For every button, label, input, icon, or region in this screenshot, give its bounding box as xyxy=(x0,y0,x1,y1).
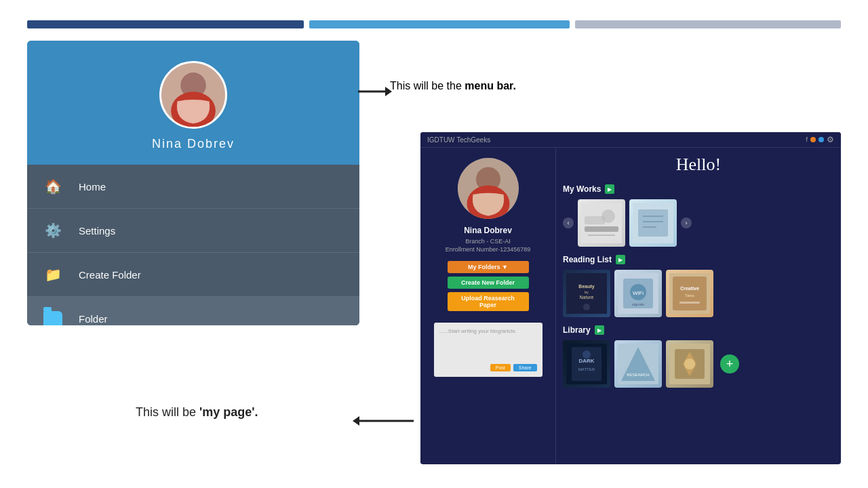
library-card-3 xyxy=(666,340,713,388)
settings-label: Settings xyxy=(79,225,115,237)
my-works-next-button[interactable]: › xyxy=(681,218,692,228)
my-works-title: My Works xyxy=(563,184,601,194)
reading-card-1: Beauty by Nature xyxy=(563,270,610,317)
svg-text:Creative: Creative xyxy=(680,286,699,291)
library-header: Library ▶ xyxy=(563,325,834,335)
sidebar-item-create-folder[interactable]: 📁 Create Folder xyxy=(27,253,359,297)
panel-header: IGDTUW TechGeeks f ⚙ xyxy=(420,132,841,148)
settings-icon: ⚙️ xyxy=(41,218,65,243)
svg-text:WiFi: WiFi xyxy=(633,290,644,296)
svg-text:MATTER: MATTER xyxy=(578,367,595,371)
content-column: Hello! My Works ▶ ‹ xyxy=(556,148,841,464)
annotation-menu-bold: menu bar. xyxy=(465,80,516,92)
reading-card-3: Creative Tales xyxy=(666,270,713,317)
progress-seg2 xyxy=(309,20,570,28)
work-card-2 xyxy=(629,199,677,247)
annotation-page-text: This will be xyxy=(136,405,199,419)
blog-box: ......Start writing your blog/artcle. Po… xyxy=(434,323,542,377)
library-play-icon[interactable]: ▶ xyxy=(595,325,604,335)
profile-enrollment: Enrollment Number-123456789 xyxy=(446,246,531,253)
svg-text:Beauty: Beauty xyxy=(578,284,594,289)
sidebar-username: Nina Dobrev xyxy=(152,137,235,151)
create-folder-label: Create Folder xyxy=(79,269,141,281)
reading-list-play-icon[interactable]: ▶ xyxy=(616,255,625,264)
sidebar-item-home[interactable]: 🏠 Home xyxy=(27,165,359,209)
my-works-cards: ‹ xyxy=(563,199,834,247)
reading-card-2: WiFi signals xyxy=(614,270,662,317)
add-library-button[interactable]: + xyxy=(720,354,739,373)
home-label: Home xyxy=(79,181,106,192)
my-folders-button[interactable]: My Folders ▼ xyxy=(448,261,529,273)
svg-point-25 xyxy=(583,304,590,310)
svg-text:by: by xyxy=(585,290,589,294)
annotation-menu-text: This will be the xyxy=(390,80,465,92)
svg-rect-35 xyxy=(679,302,700,304)
reading-list-header: Reading List ▶ xyxy=(563,255,834,264)
sidebar-item-folder[interactable]: Folder xyxy=(27,297,359,325)
reading-list-cards: Beauty by Nature WiFi signals xyxy=(563,270,834,317)
folder-label: Folder xyxy=(79,313,108,325)
sidebar-menu: 🏠 Home ⚙️ Settings 📁 Create Folder Folde… xyxy=(27,165,359,325)
profile-column: Nina Dobrev Branch - CSE-AI Enrollment N… xyxy=(420,148,556,464)
svg-text:Nature: Nature xyxy=(579,295,593,300)
top-progress-bar xyxy=(27,20,841,28)
main-panel: IGDTUW TechGeeks f ⚙ Nina Dobrev Branch … xyxy=(420,132,841,464)
reading-list-section: Reading List ▶ Beauty by Nature xyxy=(563,255,834,317)
progress-seg3 xyxy=(575,20,841,28)
library-card-2: RESEARCH xyxy=(614,340,662,388)
svg-text:RESEARCH: RESEARCH xyxy=(627,373,649,377)
arrow-left-icon xyxy=(353,411,414,431)
sidebar-panel: Nina Dobrev 🏠 Home ⚙️ Settings 📁 Create … xyxy=(27,41,359,325)
blog-placeholder: ......Start writing your blog/artcle. xyxy=(439,328,537,334)
app-title: IGDTUW TechGeeks xyxy=(427,136,490,144)
annotation-my-page: This will be 'my page'. xyxy=(136,405,258,420)
share-button[interactable]: Share xyxy=(513,364,537,371)
my-works-header: My Works ▶ xyxy=(563,184,834,194)
instagram-icon xyxy=(818,137,824,142)
panel-icons: f ⚙ xyxy=(806,135,834,144)
folder-icon xyxy=(41,306,65,325)
svg-text:signals: signals xyxy=(632,302,645,306)
library-section: Library ▶ DARK MATTER xyxy=(563,325,834,388)
hello-title: Hello! xyxy=(563,155,834,175)
svg-point-14 xyxy=(601,209,615,223)
svg-point-40 xyxy=(583,350,591,359)
my-works-section: My Works ▶ ‹ xyxy=(563,184,834,247)
main-content: Nina Dobrev Branch - CSE-AI Enrollment N… xyxy=(420,148,841,464)
create-folder-icon: 📁 xyxy=(41,262,65,287)
sidebar-item-settings[interactable]: ⚙️ Settings xyxy=(27,209,359,253)
work-card-1 xyxy=(578,199,625,247)
home-icon: 🏠 xyxy=(41,174,65,199)
library-card-1: DARK MATTER xyxy=(563,340,610,388)
library-title: Library xyxy=(563,325,591,335)
sidebar-header: Nina Dobrev xyxy=(27,41,359,165)
facebook-icon: f xyxy=(806,136,808,143)
profile-name: Nina Dobrev xyxy=(464,226,512,235)
svg-marker-5 xyxy=(385,87,392,96)
svg-rect-17 xyxy=(638,209,668,237)
progress-seg1 xyxy=(27,20,304,28)
profile-branch: Branch - CSE-AI xyxy=(465,238,511,245)
svg-text:Tales: Tales xyxy=(685,293,694,298)
avatar xyxy=(159,61,227,129)
reading-list-title: Reading List xyxy=(563,255,612,264)
arrow-right-icon xyxy=(358,81,392,102)
twitter-icon xyxy=(810,137,816,142)
blog-buttons: Post Share xyxy=(439,364,537,371)
library-cards: DARK MATTER RESEARCH xyxy=(563,340,834,388)
create-folder-button[interactable]: Create New Folder xyxy=(448,277,529,289)
profile-avatar xyxy=(458,158,519,219)
annotation-menu-bar: This will be the menu bar. xyxy=(390,80,516,92)
svg-rect-12 xyxy=(585,226,618,232)
post-button[interactable]: Post xyxy=(490,364,511,371)
svg-marker-7 xyxy=(353,416,359,426)
annotation-page-bold: 'my page'. xyxy=(199,405,258,419)
my-works-play-icon[interactable]: ▶ xyxy=(605,184,614,194)
svg-text:DARK: DARK xyxy=(578,358,594,364)
svg-point-47 xyxy=(684,359,695,369)
upload-paper-button[interactable]: Upload Reasearch Paper xyxy=(448,292,529,311)
settings-icon[interactable]: ⚙ xyxy=(827,135,834,144)
my-works-prev-button[interactable]: ‹ xyxy=(563,218,574,228)
